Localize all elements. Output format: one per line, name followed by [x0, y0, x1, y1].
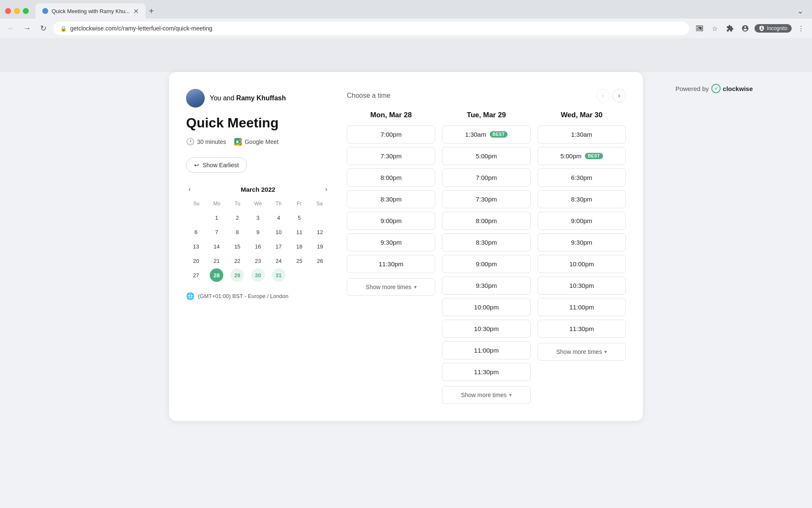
calendar-prev-button[interactable]: ‹: [186, 185, 193, 194]
calendar-day[interactable]: 10: [272, 225, 285, 239]
extension-puzzle-icon[interactable]: [724, 22, 736, 34]
calendar-day[interactable]: 7: [210, 225, 223, 239]
time-slot-1-3[interactable]: 7:30pm: [442, 190, 530, 208]
calendar-day[interactable]: 18: [293, 240, 306, 253]
time-slot-2-8[interactable]: 11:00pm: [538, 298, 626, 316]
time-slot-0-5[interactable]: 9:30pm: [347, 233, 435, 251]
time-text-2-0: 1:30am: [571, 131, 592, 138]
time-slot-1-0[interactable]: 1:30amBEST: [442, 125, 530, 144]
maximize-button[interactable]: [23, 8, 29, 14]
page-content: Powered by ✓ clockwise You and Ramy Khuf…: [0, 72, 812, 508]
time-slot-1-9[interactable]: 10:30pm: [442, 320, 530, 338]
calendar-day[interactable]: 12: [313, 225, 327, 239]
time-text-2-4: 9:00pm: [571, 217, 592, 224]
calendar-day[interactable]: 14: [210, 240, 223, 253]
day-we: We: [248, 199, 269, 208]
calendar-day[interactable]: 20: [189, 254, 203, 268]
calendar-day[interactable]: 25: [293, 254, 306, 268]
minimize-button[interactable]: [14, 8, 20, 14]
calendar-day[interactable]: 28: [210, 268, 223, 282]
calendar-day[interactable]: 11: [293, 225, 306, 239]
bookmark-icon[interactable]: ☆: [709, 22, 721, 34]
calendar-day[interactable]: 22: [230, 254, 244, 268]
calendar-day[interactable]: 8: [230, 225, 244, 239]
calendar-next-button[interactable]: ›: [323, 185, 330, 194]
window-controls[interactable]: ⌄: [794, 5, 807, 17]
calendar-weeks: 1234567891011121314151617181920212223242…: [186, 211, 330, 282]
time-slot-1-11[interactable]: 11:30pm: [442, 363, 530, 381]
time-slot-0-1[interactable]: 7:30pm: [347, 147, 435, 165]
calendar-day[interactable]: 26: [313, 254, 327, 268]
calendar-day[interactable]: 1: [210, 211, 223, 224]
time-slot-1-6[interactable]: 9:00pm: [442, 255, 530, 273]
time-slot-2-9[interactable]: 11:30pm: [538, 320, 626, 338]
time-slot-2-4[interactable]: 9:00pm: [538, 212, 626, 230]
calendar-day[interactable]: 30: [251, 268, 265, 282]
time-nav-next-button[interactable]: ›: [612, 89, 626, 102]
calendar-day[interactable]: 6: [189, 225, 203, 239]
cast-icon[interactable]: [694, 22, 705, 34]
time-slot-1-8[interactable]: 10:00pm: [442, 298, 530, 316]
time-slot-0-6[interactable]: 11:30pm: [347, 255, 435, 273]
calendar-day[interactable]: 31: [272, 268, 285, 282]
profile-icon[interactable]: [739, 22, 751, 34]
time-slot-1-7[interactable]: 9:30pm: [442, 276, 530, 295]
time-slot-1-5[interactable]: 8:30pm: [442, 233, 530, 251]
active-tab[interactable]: Quick Meeting with Ramy Khu... ✕: [36, 3, 145, 19]
time-slot-2-0[interactable]: 1:30am: [538, 125, 626, 144]
time-slot-1-4[interactable]: 8:00pm: [442, 212, 530, 230]
time-slot-1-1[interactable]: 5:00pm: [442, 147, 530, 165]
time-slot-2-7[interactable]: 10:30pm: [538, 276, 626, 295]
calendar-day[interactable]: 4: [272, 211, 285, 224]
time-nav-prev-button[interactable]: ‹: [596, 89, 610, 102]
menu-icon[interactable]: ⋮: [795, 22, 807, 34]
time-slot-0-4[interactable]: 9:00pm: [347, 212, 435, 230]
tab-close-icon[interactable]: ✕: [133, 7, 139, 15]
calendar-day[interactable]: 27: [189, 268, 203, 282]
day-label-2: Wed, Mar 30: [538, 111, 626, 119]
time-text-1-5: 8:30pm: [476, 239, 497, 246]
show-earliest-button[interactable]: ↩ Show Earliest: [186, 157, 247, 173]
address-bar[interactable]: 🔒 getclockwise.com/c/ramy-letterfuel-com…: [53, 22, 689, 35]
time-slot-2-3[interactable]: 8:30pm: [538, 190, 626, 208]
calendar-day[interactable]: 3: [251, 211, 265, 224]
calendar-day: [313, 211, 327, 224]
calendar-day[interactable]: 5: [293, 211, 306, 224]
back-button[interactable]: ←: [5, 22, 17, 34]
time-text-2-7: 10:30pm: [569, 282, 594, 289]
show-more-button-0[interactable]: Show more times▾: [347, 278, 435, 296]
time-slot-2-1[interactable]: 5:00pmBEST: [538, 147, 626, 165]
new-tab-button[interactable]: +: [145, 3, 157, 19]
time-text-0-1: 7:30pm: [381, 152, 402, 160]
time-slot-1-10[interactable]: 11:00pm: [442, 341, 530, 359]
time-slot-0-0[interactable]: 7:00pm: [347, 125, 435, 144]
titlebar: Quick Meeting with Ramy Khu... ✕ + ⌄: [0, 0, 812, 19]
calendar-day[interactable]: 16: [251, 240, 265, 253]
calendar-day[interactable]: 15: [230, 240, 244, 253]
show-more-button-1[interactable]: Show more times▾: [442, 386, 530, 404]
calendar-day[interactable]: 21: [210, 254, 223, 268]
calendar-day[interactable]: 29: [230, 268, 244, 282]
time-slot-2-5[interactable]: 9:30pm: [538, 233, 626, 251]
calendar-day[interactable]: 23: [251, 254, 265, 268]
calendar-day[interactable]: 2: [230, 211, 244, 224]
refresh-button[interactable]: ↻: [37, 22, 49, 34]
calendar-header: ‹ March 2022 ›: [186, 185, 330, 194]
time-slot-0-3[interactable]: 8:30pm: [347, 190, 435, 208]
show-more-button-2[interactable]: Show more times▾: [538, 343, 626, 361]
calendar-day[interactable]: 13: [189, 240, 203, 253]
calendar-day[interactable]: 24: [272, 254, 285, 268]
time-slot-1-2[interactable]: 7:00pm: [442, 168, 530, 187]
time-text-0-4: 9:00pm: [381, 217, 402, 224]
show-more-text-2: Show more times: [556, 348, 602, 355]
time-slot-2-6[interactable]: 10:00pm: [538, 255, 626, 273]
calendar-day[interactable]: 9: [251, 225, 265, 239]
choose-time-header: Choose a time ‹ ›: [347, 89, 626, 102]
close-button[interactable]: [5, 8, 11, 14]
calendar-day[interactable]: 19: [313, 240, 327, 253]
forward-button[interactable]: →: [21, 22, 33, 34]
time-slot-0-2[interactable]: 8:00pm: [347, 168, 435, 187]
time-slot-2-2[interactable]: 6:30pm: [538, 168, 626, 187]
calendar-day[interactable]: 17: [272, 240, 285, 253]
main-card: You and Ramy Khuffash Quick Meeting 🕐 30…: [169, 72, 643, 421]
